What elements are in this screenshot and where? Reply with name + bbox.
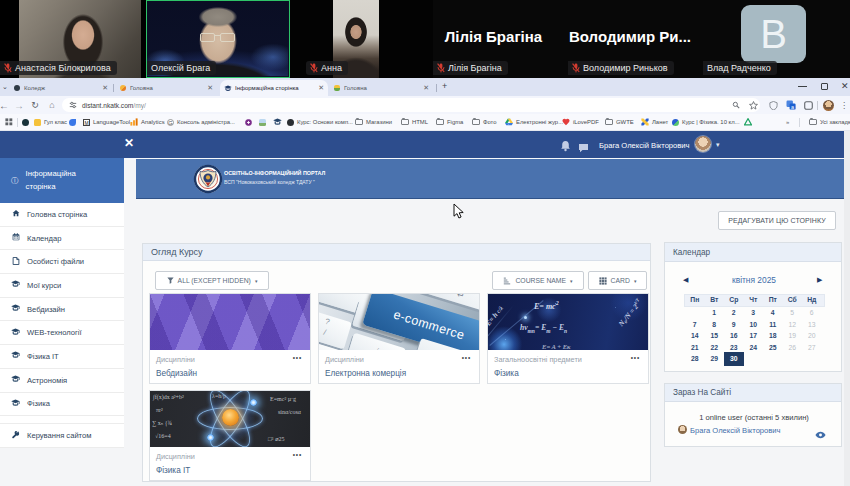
svg-text:a: a bbox=[791, 104, 794, 110]
